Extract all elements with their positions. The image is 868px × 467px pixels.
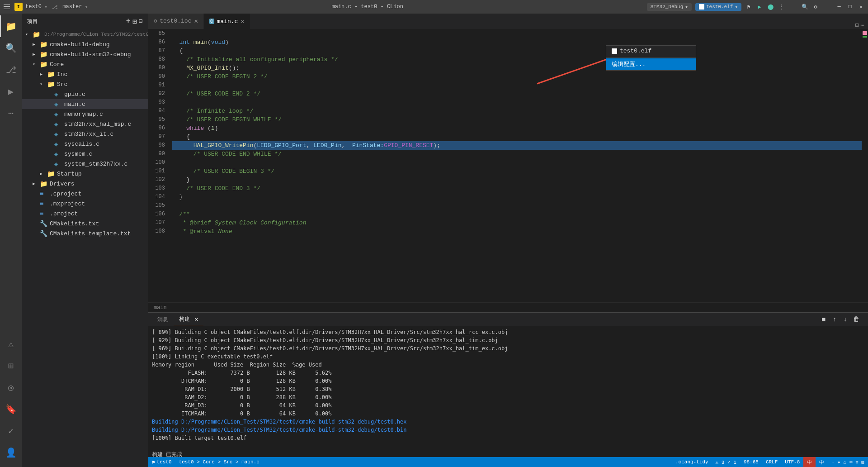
activity-explorer[interactable]: 📁 [0, 15, 22, 37]
tree-item-system[interactable]: ◈ system_stm32h7xx.c [22, 159, 148, 169]
tab-close-main-c[interactable]: ✕ [241, 18, 244, 25]
activity-git[interactable]: ◎ [0, 376, 22, 398]
breadcrumb-bar: main [148, 302, 868, 312]
file-icon-hal-msp: ◈ [54, 120, 62, 128]
code-line-89: MX_GPIO_Init(); [172, 64, 862, 72]
collapse-all-button[interactable]: ⊟ [139, 17, 143, 26]
activity-bottom: ⚠ ⊞ ◎ 🔖 ✓ 👤 [0, 333, 22, 467]
status-linter[interactable]: .clang-tidy [672, 457, 712, 467]
tree-item-syscalls[interactable]: ◈ syscalls.c [22, 139, 148, 149]
dropdown-chevron: ▾ [685, 4, 688, 10]
status-encoding[interactable]: UTF-8 [781, 457, 803, 467]
tree-item-inc[interactable]: ▶ 📁 Inc [22, 69, 148, 79]
tree-item-cmake-stm32[interactable]: ▶ 📁 cmake-build-stm32-debug [22, 49, 148, 59]
tree-item-startup[interactable]: ▶ 📁 Startup [22, 169, 148, 179]
project-name[interactable]: test0 [25, 4, 42, 10]
tree-item-drivers[interactable]: ▶ 📁 Drivers [22, 179, 148, 189]
activity-terminal[interactable]: ⊞ [0, 355, 22, 376]
more-actions[interactable]: ⋮ [778, 3, 785, 10]
code-line-104: } [172, 193, 862, 201]
activity-run[interactable]: ▶ [0, 81, 22, 102]
activity-search[interactable]: 🔍 [0, 37, 22, 59]
tree-item-src[interactable]: ▾ 📁 Src [22, 79, 148, 89]
edit-config-action[interactable]: 编辑配置... [606, 58, 696, 70]
tab-ioc[interactable]: ⚙ test0.ioc ✕ [148, 14, 204, 29]
file-icon-memorymap: ◈ [54, 110, 62, 118]
tab-main-c[interactable]: C main.c ✕ [204, 14, 250, 29]
dropdown-header-label: test0.elf [620, 48, 651, 54]
status-lineending[interactable]: CRLF [762, 457, 781, 467]
panel-stop-button[interactable]: ⏹ [819, 315, 828, 324]
settings-button[interactable]: ⚙ [812, 3, 819, 10]
tree-item-cproject[interactable]: ≡ .cproject [22, 189, 148, 199]
tree-item-core[interactable]: ▾ 📁 Core [22, 59, 148, 69]
status-errors[interactable]: ⚠ 3 ✓ 1 [712, 457, 740, 467]
build-line-hex[interactable]: Building D:/Programme/CLion_Test/STM32/t… [152, 418, 864, 426]
branch-name[interactable]: master [62, 4, 82, 10]
tree-item-cmakelists-template[interactable]: 🔧 CMakeLists_template.txt [22, 229, 148, 238]
file-icon-gpio: ◈ [54, 91, 62, 98]
tab-label-main-c: main.c [217, 18, 238, 25]
tree-item-hal-msp[interactable]: ◈ stm32h7xx_hal_msp.c [22, 119, 148, 129]
code-line-97: { [172, 133, 862, 141]
split-editor-button[interactable]: ⊞ [855, 21, 859, 29]
activity-problems[interactable]: ⚠ [0, 333, 22, 355]
debug-config-selector[interactable]: STM32_Debug ▾ [647, 3, 692, 11]
debug-button[interactable]: ⬤ [767, 3, 774, 10]
tree-item-gpio[interactable]: ◈ gpio.c [22, 89, 148, 99]
build-output[interactable]: [ 89%] Building C object CMakeFiles/test… [148, 326, 868, 457]
bookmark-icon: 🔖 [5, 404, 17, 415]
panel-scroll-down[interactable]: ↓ [841, 315, 850, 324]
linter-label: .clang-tidy [675, 459, 708, 465]
status-extra[interactable]: · ✶ ⌂ ⌨ ≡ ⊞ [828, 457, 868, 467]
minimize-button[interactable]: — [835, 3, 843, 10]
code-editor[interactable]: 85 86 87 88 89 90 91 92 93 94 95 96 97 9… [148, 29, 868, 302]
tab-close-ioc[interactable]: ✕ [194, 17, 198, 25]
build-tab-close[interactable]: ✕ [194, 315, 198, 323]
inputmethod-label: 中 [807, 459, 812, 466]
tree-item-mxproject[interactable]: ≡ .mxproject [22, 199, 148, 209]
code-line-106: /** [172, 210, 862, 219]
code-content[interactable]: int main(void) { /* Initialize all confi… [169, 29, 862, 302]
activity-vcs[interactable]: ⎇ [0, 59, 22, 81]
dropdown-arrow[interactable]: ▾ [44, 4, 47, 10]
tree-label-inc: Inc [57, 71, 67, 78]
tree-item-dotproject[interactable]: ≡ .project [22, 209, 148, 219]
run-button[interactable]: ▶ [756, 3, 763, 10]
error-marker [863, 31, 867, 35]
code-line-108: * @retval None [172, 227, 862, 236]
run-file-selector[interactable]: test0.elf ▾ [695, 3, 741, 11]
tree-item-cmakelists[interactable]: 🔧 CMakeLists.txt [22, 219, 148, 229]
new-folder-button[interactable]: ⊞ [132, 17, 137, 26]
panel-tab-build[interactable]: 构建 ✕ [174, 313, 203, 326]
maximize-button[interactable]: □ [846, 3, 854, 10]
status-inputmethod[interactable]: 中 [803, 457, 816, 467]
activity-bookmark[interactable]: 🔖 [0, 398, 22, 420]
panel-clear[interactable]: 🗑 [852, 315, 861, 324]
build-line-ramd2: RAM_D2: 0 B 288 KB 0.00% [152, 393, 864, 401]
build-line-bin[interactable]: Building D:/Programme/CLion_Test/STM32/t… [152, 426, 864, 434]
tree-item-main-c[interactable]: ◈ main.c [22, 99, 148, 109]
more-tabs-button[interactable]: ⋯ [861, 21, 864, 29]
tree-item-sysmem[interactable]: ◈ sysmem.c [22, 149, 148, 159]
panel-scroll-up[interactable]: ↑ [830, 315, 839, 324]
tree-item-cmake-debug[interactable]: ▶ 📁 cmake-build-debug [22, 39, 148, 49]
chevron-cmake-debug: ▶ [33, 42, 40, 47]
new-file-button[interactable]: + [126, 17, 131, 26]
activity-todo[interactable]: ✓ [0, 420, 22, 442]
status-position[interactable]: 98:65 [740, 457, 762, 467]
panel-tab-messages[interactable]: 消息 [152, 313, 174, 326]
close-button[interactable]: ✕ [857, 3, 864, 10]
activity-more[interactable]: ⋯ [0, 102, 22, 124]
tree-item-root[interactable]: ▾ 📁 test0 D:/Programme/CLion_Test/STM32/… [22, 29, 148, 39]
status-project[interactable]: ⚑ test0 [148, 457, 175, 467]
search-button[interactable]: 🔍 [801, 3, 808, 10]
code-area-wrapper: 85 86 87 88 89 90 91 92 93 94 95 96 97 9… [148, 29, 868, 312]
tree-item-memorymap[interactable]: ◈ memorymap.c [22, 109, 148, 119]
toolbar-icon-1[interactable]: ⚑ [745, 3, 752, 10]
tree-label-src: Src [57, 81, 67, 88]
tree-item-hal-it[interactable]: ◈ stm32h7xx_it.c [22, 129, 148, 139]
menu-icon[interactable] [4, 3, 12, 11]
status-lang[interactable]: 中 [816, 457, 828, 467]
activity-profile[interactable]: 👤 [0, 442, 22, 463]
